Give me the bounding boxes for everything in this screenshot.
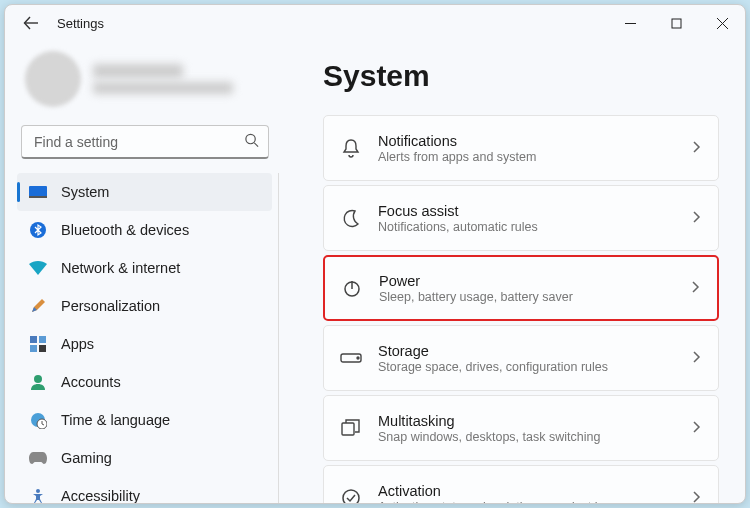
nav-label: Network & internet — [61, 260, 180, 276]
svg-point-1 — [246, 134, 255, 143]
svg-rect-16 — [342, 423, 354, 435]
chevron-right-icon — [690, 349, 702, 367]
card-subtitle: Storage space, drives, configuration rul… — [378, 360, 690, 374]
chevron-right-icon — [690, 139, 702, 157]
card-storage[interactable]: StorageStorage space, drives, configurat… — [323, 325, 719, 391]
titlebar: Settings — [5, 5, 745, 41]
svg-rect-8 — [39, 345, 46, 352]
window-controls — [607, 5, 745, 41]
nav-label: Bluetooth & devices — [61, 222, 189, 238]
card-subtitle: Activation state, subscriptions, product… — [378, 500, 690, 504]
nav-label: Time & language — [61, 412, 170, 428]
nav-label: Apps — [61, 336, 94, 352]
nav-item-personalization[interactable]: Personalization — [17, 287, 272, 325]
svg-point-17 — [343, 490, 359, 503]
nav-label: System — [61, 184, 109, 200]
card-subtitle: Notifications, automatic rules — [378, 220, 690, 234]
nav-label: Gaming — [61, 450, 112, 466]
profile-name — [93, 64, 183, 78]
card-subtitle: Sleep, battery usage, battery saver — [379, 290, 689, 304]
svg-rect-3 — [29, 196, 47, 198]
card-power[interactable]: PowerSleep, battery usage, battery saver — [323, 255, 719, 321]
chevron-right-icon — [689, 279, 701, 297]
bluetooth-icon — [29, 221, 47, 239]
apps-icon — [29, 335, 47, 353]
svg-rect-7 — [30, 345, 37, 352]
card-title: Power — [379, 273, 689, 289]
profile-email — [93, 82, 233, 94]
nav-label: Accessibility — [61, 488, 140, 503]
bell-icon — [340, 137, 362, 159]
check-circle-icon — [340, 487, 362, 503]
card-activation[interactable]: ActivationActivation state, subscription… — [323, 465, 719, 503]
nav-item-apps[interactable]: Apps — [17, 325, 272, 363]
nav-item-system[interactable]: System — [17, 173, 272, 211]
card-subtitle: Alerts from apps and system — [378, 150, 690, 164]
profile-section[interactable] — [17, 41, 273, 121]
accessibility-icon — [29, 487, 47, 503]
minimize-button[interactable] — [607, 5, 653, 41]
person-icon — [29, 373, 47, 391]
drive-icon — [340, 347, 362, 369]
moon-icon — [340, 207, 362, 229]
search-input[interactable] — [21, 125, 269, 159]
nav-label: Accounts — [61, 374, 121, 390]
card-title: Multitasking — [378, 413, 690, 429]
sidebar: System Bluetooth & devices Network & int… — [5, 41, 285, 503]
maximize-button[interactable] — [653, 5, 699, 41]
nav-item-gaming[interactable]: Gaming — [17, 439, 272, 477]
chevron-right-icon — [690, 489, 702, 503]
card-title: Storage — [378, 343, 690, 359]
chevron-right-icon — [690, 209, 702, 227]
card-focus-assist[interactable]: Focus assistNotifications, automatic rul… — [323, 185, 719, 251]
card-multitasking[interactable]: MultitaskingSnap windows, desktops, task… — [323, 395, 719, 461]
nav-item-network[interactable]: Network & internet — [17, 249, 272, 287]
card-notifications[interactable]: NotificationsAlerts from apps and system — [323, 115, 719, 181]
wifi-icon — [29, 259, 47, 277]
nav: System Bluetooth & devices Network & int… — [17, 173, 279, 503]
svg-point-9 — [34, 375, 42, 383]
card-title: Focus assist — [378, 203, 690, 219]
settings-window: Settings — [4, 4, 746, 504]
nav-item-accounts[interactable]: Accounts — [17, 363, 272, 401]
main-content: System NotificationsAlerts from apps and… — [285, 41, 745, 503]
chevron-right-icon — [690, 419, 702, 437]
gamepad-icon — [29, 449, 47, 467]
svg-rect-6 — [39, 336, 46, 343]
svg-rect-5 — [30, 336, 37, 343]
paintbrush-icon — [29, 297, 47, 315]
nav-label: Personalization — [61, 298, 160, 314]
card-title: Notifications — [378, 133, 690, 149]
nav-item-bluetooth[interactable]: Bluetooth & devices — [17, 211, 272, 249]
power-icon — [341, 277, 363, 299]
page-title: System — [323, 59, 719, 93]
close-button[interactable] — [699, 5, 745, 41]
svg-point-15 — [357, 357, 359, 359]
card-title: Activation — [378, 483, 690, 499]
display-icon — [29, 183, 47, 201]
avatar — [25, 51, 81, 107]
svg-rect-0 — [672, 19, 681, 28]
nav-item-time-language[interactable]: Time & language — [17, 401, 272, 439]
search-wrap — [21, 125, 269, 159]
multitask-icon — [340, 417, 362, 439]
svg-point-12 — [36, 489, 40, 493]
window-title: Settings — [57, 16, 104, 31]
search-icon — [244, 133, 259, 152]
globe-clock-icon — [29, 411, 47, 429]
nav-item-accessibility[interactable]: Accessibility — [17, 477, 272, 503]
card-subtitle: Snap windows, desktops, task switching — [378, 430, 690, 444]
back-button[interactable] — [19, 11, 43, 35]
